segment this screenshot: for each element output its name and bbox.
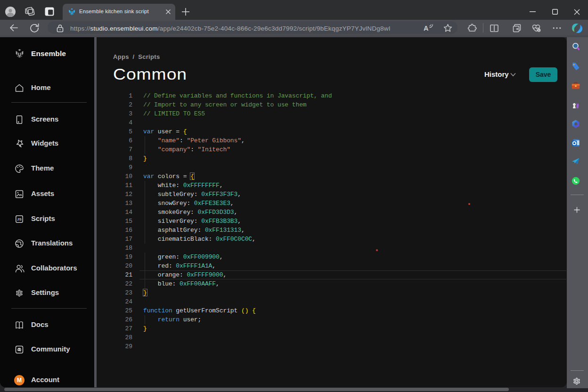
svg-text:JS: JS	[17, 217, 22, 221]
